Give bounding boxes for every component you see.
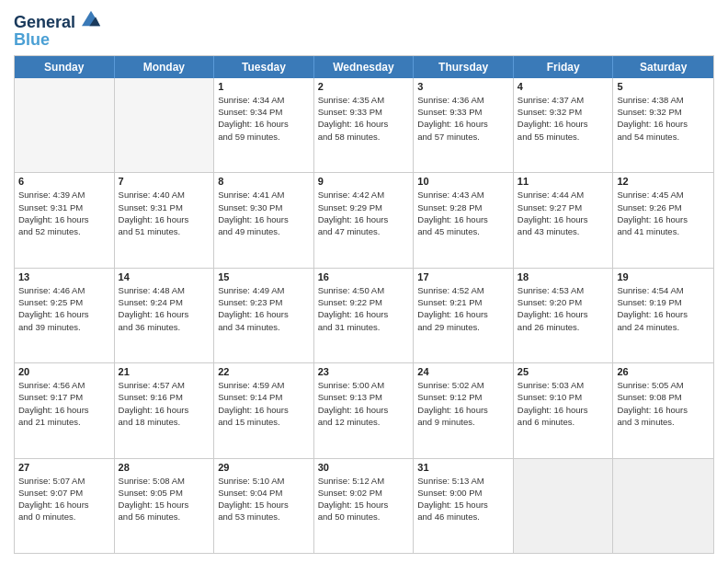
day-number: 29 <box>218 462 310 473</box>
cell-line: and 41 minutes. <box>617 225 710 237</box>
day-number: 16 <box>318 271 410 282</box>
cell-line: Sunset: 9:19 PM <box>617 296 710 308</box>
cell-line: Sunset: 9:29 PM <box>318 201 410 213</box>
cell-line: Daylight: 15 hours <box>318 499 410 511</box>
cell-line: and 59 minutes. <box>218 131 310 143</box>
cell-line: Sunrise: 4:53 AM <box>518 284 609 296</box>
cell-line: and 46 minutes. <box>417 511 509 523</box>
cell-line: Daylight: 16 hours <box>218 213 310 225</box>
cell-line: Sunrise: 4:49 AM <box>218 284 310 296</box>
cell-line: Daylight: 16 hours <box>617 404 710 416</box>
day-number: 7 <box>119 176 210 187</box>
calendar-cell: 27Sunrise: 5:07 AMSunset: 9:07 PMDayligh… <box>15 459 115 553</box>
calendar-cell: 30Sunrise: 5:12 AMSunset: 9:02 PMDayligh… <box>314 459 415 553</box>
cell-line: Daylight: 16 hours <box>417 118 509 130</box>
cell-line: Sunset: 9:02 PM <box>318 487 410 499</box>
day-number: 27 <box>18 462 110 473</box>
cell-line: Sunset: 9:05 PM <box>119 487 210 499</box>
calendar-cell: 24Sunrise: 5:02 AMSunset: 9:12 PMDayligh… <box>414 363 514 457</box>
cell-line: Daylight: 16 hours <box>18 499 110 511</box>
cell-line: Daylight: 16 hours <box>617 308 710 320</box>
cell-line: Daylight: 16 hours <box>18 213 110 225</box>
cell-line: and 21 minutes. <box>18 416 110 428</box>
cell-line: Sunrise: 4:42 AM <box>318 189 410 201</box>
cell-line: Sunset: 9:31 PM <box>119 201 210 213</box>
cell-line: Sunrise: 4:54 AM <box>617 284 710 296</box>
header: General Blue <box>14 9 714 50</box>
cell-line: Sunset: 9:08 PM <box>617 391 710 403</box>
cell-line: Daylight: 16 hours <box>518 308 609 320</box>
cell-line: and 39 minutes. <box>18 321 110 333</box>
day-number: 2 <box>318 81 410 92</box>
day-header-saturday: Saturday <box>613 56 713 78</box>
cell-line: Sunset: 9:10 PM <box>518 391 609 403</box>
calendar-cell: 8Sunrise: 4:41 AMSunset: 9:30 PMDaylight… <box>214 173 314 267</box>
cell-line: Sunrise: 4:57 AM <box>119 379 210 391</box>
calendar-cell: 25Sunrise: 5:03 AMSunset: 9:10 PMDayligh… <box>514 363 614 457</box>
calendar-cell: 17Sunrise: 4:52 AMSunset: 9:21 PMDayligh… <box>414 269 514 362</box>
cell-line: Sunrise: 5:03 AM <box>518 379 609 391</box>
cell-line: Sunset: 9:12 PM <box>417 391 509 403</box>
day-number: 19 <box>617 271 710 282</box>
calendar-cell: 4Sunrise: 4:37 AMSunset: 9:32 PMDaylight… <box>514 78 614 172</box>
day-number: 18 <box>518 271 609 282</box>
cell-line: Sunset: 9:30 PM <box>218 201 310 213</box>
cell-line: Sunset: 9:33 PM <box>318 106 410 118</box>
day-header-tuesday: Tuesday <box>214 56 314 78</box>
logo-text: General <box>14 9 100 32</box>
page: General Blue SundayMondayTuesdayWednesda… <box>0 0 728 563</box>
cell-line: Sunset: 9:32 PM <box>617 106 710 118</box>
cell-line: and 43 minutes. <box>518 225 609 237</box>
day-number: 23 <box>318 366 410 377</box>
calendar-cell: 7Sunrise: 4:40 AMSunset: 9:31 PMDaylight… <box>115 173 215 267</box>
cell-line: and 50 minutes. <box>318 511 410 523</box>
cell-line: Sunrise: 4:56 AM <box>18 379 110 391</box>
cell-line: Daylight: 15 hours <box>119 499 210 511</box>
calendar-cell: 9Sunrise: 4:42 AMSunset: 9:29 PMDaylight… <box>314 173 415 267</box>
calendar-cell: 1Sunrise: 4:34 AMSunset: 9:34 PMDaylight… <box>214 78 314 172</box>
cell-line: Sunset: 9:23 PM <box>218 296 310 308</box>
cell-line: and 9 minutes. <box>417 416 509 428</box>
cell-line: Sunset: 9:25 PM <box>18 296 110 308</box>
cell-line: Sunset: 9:17 PM <box>18 391 110 403</box>
calendar-cell: 18Sunrise: 4:53 AMSunset: 9:20 PMDayligh… <box>514 269 614 362</box>
calendar-cell: 19Sunrise: 4:54 AMSunset: 9:19 PMDayligh… <box>613 269 713 362</box>
calendar-week-1: 1Sunrise: 4:34 AMSunset: 9:34 PMDaylight… <box>15 78 713 173</box>
day-number: 26 <box>617 366 710 377</box>
cell-line: and 56 minutes. <box>119 511 210 523</box>
day-number: 25 <box>518 366 609 377</box>
cell-line: and 31 minutes. <box>318 321 410 333</box>
calendar-cell: 14Sunrise: 4:48 AMSunset: 9:24 PMDayligh… <box>115 269 215 362</box>
cell-line: Sunset: 9:32 PM <box>518 106 609 118</box>
cell-line: Sunrise: 4:41 AM <box>218 189 310 201</box>
calendar-cell: 15Sunrise: 4:49 AMSunset: 9:23 PMDayligh… <box>214 269 314 362</box>
cell-line: Sunset: 9:13 PM <box>318 391 410 403</box>
calendar-cell: 20Sunrise: 4:56 AMSunset: 9:17 PMDayligh… <box>15 363 115 457</box>
cell-line: Sunrise: 4:35 AM <box>318 94 410 106</box>
day-header-friday: Friday <box>514 56 614 78</box>
cell-line: and 12 minutes. <box>318 416 410 428</box>
logo-blue: Blue <box>14 30 100 50</box>
day-number: 13 <box>18 271 110 282</box>
calendar-cell: 6Sunrise: 4:39 AMSunset: 9:31 PMDaylight… <box>15 173 115 267</box>
cell-line: Sunrise: 4:34 AM <box>218 94 310 106</box>
day-number: 20 <box>18 366 110 377</box>
day-header-wednesday: Wednesday <box>314 56 415 78</box>
day-header-monday: Monday <box>115 56 215 78</box>
calendar-cell: 22Sunrise: 4:59 AMSunset: 9:14 PMDayligh… <box>214 363 314 457</box>
cell-line: Sunrise: 4:48 AM <box>119 284 210 296</box>
day-number: 3 <box>417 81 509 92</box>
cell-line: Sunrise: 5:10 AM <box>218 475 310 487</box>
cell-line: Daylight: 15 hours <box>417 499 509 511</box>
cell-line: Sunrise: 5:05 AM <box>617 379 710 391</box>
day-number: 31 <box>417 462 509 473</box>
cell-line: and 18 minutes. <box>119 416 210 428</box>
calendar-cell: 26Sunrise: 5:05 AMSunset: 9:08 PMDayligh… <box>613 363 713 457</box>
cell-line: Sunset: 9:04 PM <box>218 487 310 499</box>
cell-line: and 47 minutes. <box>318 225 410 237</box>
day-number: 8 <box>218 176 310 187</box>
logo-icon <box>82 9 100 28</box>
cell-line: Sunrise: 4:45 AM <box>617 189 710 201</box>
cell-line: Sunset: 9:22 PM <box>318 296 410 308</box>
calendar-cell: 29Sunrise: 5:10 AMSunset: 9:04 PMDayligh… <box>214 459 314 553</box>
